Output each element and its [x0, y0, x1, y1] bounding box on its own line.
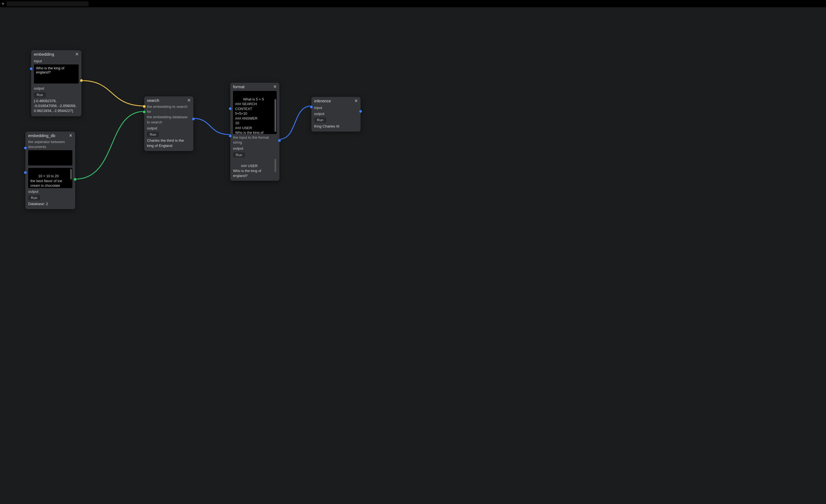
titlebar: ✳: [0, 0, 826, 8]
template-box[interactable]: What is 5 + 5 ### SEARCH CONTEXT 5+5=10 …: [233, 91, 277, 134]
run-button[interactable]: Run: [314, 117, 326, 123]
node-title: embedding: [34, 52, 54, 57]
close-icon[interactable]: ✕: [75, 52, 79, 57]
search-in1-label: the embedding to search for: [147, 104, 191, 114]
node-header[interactable]: embedding_db ✕: [25, 132, 75, 139]
format-output-box: ### USER Who is the king of england? ###…: [233, 159, 277, 178]
format-output-text: ### USER Who is the king of england? ###…: [233, 164, 277, 178]
node-embedding-db[interactable]: embedding_db ✕ the seperator between doc…: [25, 132, 75, 209]
close-icon[interactable]: ✕: [69, 133, 72, 138]
port-in-database[interactable]: [143, 111, 145, 113]
embedding-output-text: [-0.46092376, -0.016547058, -2.056059, 0…: [34, 99, 79, 114]
template-text: What is 5 + 5 ### SEARCH CONTEXT 5+5=10 …: [235, 97, 264, 134]
embedding-db-output-text: Database: 2: [28, 201, 72, 206]
port-out[interactable]: [278, 139, 281, 142]
run-button[interactable]: Run: [147, 132, 159, 137]
run-button[interactable]: Run: [34, 92, 46, 98]
wires-layer: [0, 8, 826, 504]
run-button[interactable]: Run: [233, 152, 245, 158]
output-label: output: [233, 146, 277, 151]
output-label: output: [147, 126, 191, 131]
port-out[interactable]: [359, 110, 362, 113]
output-label: output: [34, 86, 79, 91]
close-icon[interactable]: ✕: [187, 98, 191, 103]
port-in-1[interactable]: [24, 147, 27, 149]
titlebar-url-box[interactable]: [7, 1, 88, 6]
node-embedding[interactable]: embedding ✕ input output Run [-0.4609237…: [31, 50, 81, 116]
port-in-2[interactable]: [24, 171, 27, 174]
node-title: embedding_db: [28, 133, 55, 138]
spark-icon: ✳: [2, 2, 4, 6]
port-in-template[interactable]: [229, 107, 232, 110]
close-icon[interactable]: ✕: [273, 85, 277, 89]
output-label: output: [314, 111, 358, 116]
port-out[interactable]: [74, 178, 76, 181]
search-in2-label: the embedding database to search: [147, 115, 191, 125]
scrollbar-thumb[interactable]: [70, 169, 72, 179]
separator-textarea[interactable]: [28, 150, 72, 166]
scrollbar-thumb[interactable]: [275, 99, 276, 132]
docs-text: 10 + 10 is 20 the best flavor of ice cre…: [30, 174, 67, 188]
node-header[interactable]: inference ✕: [311, 97, 361, 104]
port-out[interactable]: [80, 79, 83, 82]
port-in-embedding[interactable]: [143, 105, 145, 108]
node-header[interactable]: embedding ✕: [31, 50, 81, 58]
port-in[interactable]: [30, 67, 33, 70]
inference-output-text: King Charles III: [314, 124, 358, 129]
node-title: search: [147, 98, 159, 103]
node-header[interactable]: search ✕: [144, 97, 193, 104]
docs-box[interactable]: 10 + 10 is 20 the best flavor of ice cre…: [28, 168, 72, 188]
scrollbar-thumb[interactable]: [275, 159, 276, 172]
node-inference[interactable]: inference ✕ input output Run King Charle…: [311, 97, 361, 132]
input-label: input: [34, 59, 79, 64]
close-icon[interactable]: ✕: [354, 99, 358, 103]
format-in1-label: the input to the format string: [233, 135, 277, 145]
input-label: input: [314, 105, 358, 110]
port-in[interactable]: [310, 106, 313, 108]
node-canvas[interactable]: embedding ✕ input output Run [-0.4609237…: [0, 8, 826, 504]
node-header[interactable]: format ✕: [230, 83, 280, 90]
port-out[interactable]: [192, 118, 195, 120]
node-title: inference: [314, 99, 331, 103]
port-in-value[interactable]: [229, 135, 232, 137]
node-search[interactable]: search ✕ the embedding to search for the…: [144, 97, 193, 151]
separator-desc: the seperator between documents: [28, 139, 72, 149]
run-button[interactable]: Run: [28, 195, 40, 200]
search-output-text: Charles the third is the king of England: [147, 138, 191, 148]
embedding-input-textarea[interactable]: [34, 64, 79, 83]
output-label: output: [28, 189, 72, 194]
node-title: format: [233, 84, 245, 89]
node-format[interactable]: format ✕ What is 5 + 5 ### SEARCH CONTEX…: [230, 83, 280, 181]
